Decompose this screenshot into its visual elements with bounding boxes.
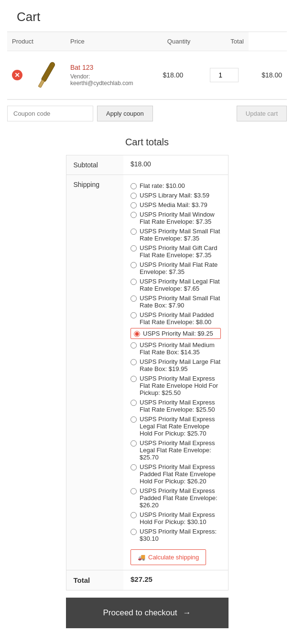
shipping-option-label: USPS Priority Mail Express: $30.10: [140, 528, 221, 542]
shipping-option-radio[interactable]: [134, 331, 140, 337]
remove-item-button[interactable]: ✕: [12, 70, 22, 80]
subtotal-label: Subtotal: [66, 155, 123, 175]
shipping-option-label: USPS Priority Mail Window Flat Rate Enve…: [140, 211, 221, 225]
truck-icon: 🚚: [138, 554, 145, 561]
shipping-option-label: USPS Priority Mail Express Padded Flat R…: [140, 487, 221, 509]
remove-cell: ✕: [7, 51, 27, 99]
shipping-option-radio[interactable]: [131, 312, 137, 318]
shipping-option-label: Flat rate: $10.00: [140, 182, 185, 189]
col-product-header: Product: [7, 32, 65, 51]
shipping-option-item: USPS Priority Mail Express: $30.10: [131, 528, 221, 542]
svg-rect-0: [41, 62, 55, 83]
cart-totals-title: Cart totals: [66, 137, 229, 148]
vendor-label: Vendor:: [70, 73, 153, 80]
page-title: Cart: [7, 0, 287, 32]
calculate-shipping-button[interactable]: 🚚 Calculate shipping: [131, 549, 206, 565]
shipping-option-label: USPS Media Mail: $3.79: [140, 201, 207, 208]
shipping-option-item: USPS Priority Mail Legal Flat Rate Envel…: [131, 278, 221, 292]
remove-icon: ✕: [12, 70, 22, 80]
total-cell: $18.00: [249, 51, 287, 99]
cart-table: Product Price Quantity Total: [7, 32, 287, 99]
shipping-options-list: Flat rate: $10.00USPS Library Mail: $3.5…: [131, 182, 221, 542]
shipping-option-item: USPS Priority Mail Large Flat Rate Box: …: [131, 358, 221, 372]
price-cell: $18.00: [158, 51, 199, 99]
shipping-option-label: USPS Priority Mail Express Flat Rate Env…: [140, 375, 221, 396]
product-name-link[interactable]: Bat 123: [70, 64, 93, 71]
shipping-option-item: USPS Priority Mail Express Legal Flat Ra…: [131, 415, 221, 437]
subtotal-value: $18.00: [123, 155, 228, 175]
shipping-option-item: USPS Priority Mail Gift Card Flat Rate E…: [131, 244, 221, 259]
shipping-option-item: USPS Priority Mail Express Padded Flat R…: [131, 487, 221, 509]
shipping-option-radio[interactable]: [131, 262, 137, 268]
apply-coupon-button[interactable]: Apply coupon: [97, 106, 153, 121]
shipping-option-label: USPS Library Mail: $3.59: [140, 192, 209, 199]
shipping-option-radio[interactable]: [131, 193, 137, 199]
shipping-option-item: USPS Priority Mail Padded Flat Rate Enve…: [131, 311, 221, 326]
vendor-email: keerthi@cydtechlab.com: [70, 80, 153, 87]
shipping-option-radio[interactable]: [131, 202, 137, 208]
col-price-header: Price: [65, 32, 158, 51]
shipping-option-label: USPS Priority Mail Flat Rate Envelope: $…: [140, 261, 221, 275]
shipping-option-label: USPS Priority Mail Large Flat Rate Box: …: [140, 358, 221, 372]
shipping-option-radio[interactable]: [131, 529, 137, 535]
shipping-option-label: USPS Priority Mail: $9.25: [143, 330, 213, 337]
shipping-option-radio[interactable]: [131, 440, 137, 447]
shipping-option-label: USPS Priority Mail Gift Card Flat Rate E…: [140, 244, 221, 259]
shipping-option-label: USPS Priority Mail Express Hold For Pick…: [140, 511, 221, 525]
shipping-option-radio[interactable]: [131, 376, 137, 382]
shipping-option-item: USPS Priority Mail Express Flat Rate Env…: [131, 399, 221, 413]
shipping-option-radio[interactable]: [131, 212, 137, 218]
shipping-option-item: USPS Library Mail: $3.59: [131, 192, 221, 199]
shipping-option-radio[interactable]: [131, 464, 137, 470]
shipping-row: Shipping Flat rate: $10.00USPS Library M…: [66, 175, 228, 570]
shipping-option-radio[interactable]: [131, 279, 137, 285]
shipping-option-radio[interactable]: [131, 400, 137, 406]
product-image: [32, 58, 61, 92]
proceed-to-checkout-button[interactable]: Proceed to checkout →: [66, 598, 229, 628]
total-label: Total: [66, 570, 123, 590]
coupon-section: Apply coupon Update cart: [7, 99, 287, 127]
shipping-option-label: USPS Priority Mail Express Legal Flat Ra…: [140, 439, 221, 461]
update-cart-button[interactable]: Update cart: [237, 106, 287, 121]
arrow-icon: →: [183, 608, 191, 618]
shipping-option-label: USPS Priority Mail Padded Flat Rate Enve…: [140, 311, 221, 326]
shipping-option-item: Flat rate: $10.00: [131, 182, 221, 189]
shipping-option-item: USPS Priority Mail Small Flat Rate Envel…: [131, 228, 221, 242]
total-row: Total $27.25: [66, 570, 228, 590]
shipping-option-radio[interactable]: [131, 488, 137, 494]
svg-rect-1: [38, 80, 44, 88]
shipping-option-radio[interactable]: [131, 416, 137, 423]
shipping-option-radio[interactable]: [131, 245, 137, 251]
shipping-option-label: USPS Priority Mail Medium Flat Rate Box:…: [140, 341, 221, 356]
shipping-option-item: USPS Priority Mail Express Legal Flat Ra…: [131, 439, 221, 461]
col-total-header: Total: [200, 32, 249, 51]
shipping-option-radio[interactable]: [131, 183, 137, 189]
shipping-option-item: USPS Priority Mail Express Flat Rate Env…: [131, 375, 221, 396]
shipping-option-item: USPS Priority Mail Medium Flat Rate Box:…: [131, 341, 221, 356]
col-qty-header: Quantity: [158, 32, 199, 51]
shipping-option-radio[interactable]: [131, 342, 137, 349]
cart-totals-table: Subtotal $18.00 Shipping Flat rate: $10.…: [66, 155, 229, 590]
shipping-option-item: USPS Priority Mail Express Padded Flat R…: [131, 463, 221, 485]
subtotal-row: Subtotal $18.00: [66, 155, 228, 175]
shipping-option-radio[interactable]: [131, 229, 137, 235]
shipping-option-label: USPS Priority Mail Express Legal Flat Ra…: [140, 415, 221, 437]
product-image-cell: [27, 51, 65, 99]
total-value: $27.25: [123, 570, 228, 590]
shipping-option-label: USPS Priority Mail Express Flat Rate Env…: [140, 399, 221, 413]
table-row: ✕: [7, 51, 287, 99]
shipping-option-item: USPS Priority Mail Small Flat Rate Box: …: [131, 295, 221, 309]
shipping-option-item: USPS Priority Mail Flat Rate Envelope: $…: [131, 261, 221, 275]
coupon-input[interactable]: [7, 106, 93, 121]
shipping-options-cell: Flat rate: $10.00USPS Library Mail: $3.5…: [123, 175, 228, 570]
shipping-option-radio[interactable]: [131, 512, 137, 518]
shipping-option-radio[interactable]: [131, 359, 137, 365]
shipping-option-radio[interactable]: [131, 295, 137, 302]
shipping-option-label: USPS Priority Mail Small Flat Rate Box: …: [140, 295, 221, 309]
product-info-cell: Bat 123 Vendor: keerthi@cydtechlab.com: [65, 51, 158, 99]
shipping-option-item: USPS Priority Mail: $9.25: [131, 328, 221, 339]
shipping-label: Shipping: [66, 175, 123, 570]
shipping-option-item: USPS Media Mail: $3.79: [131, 201, 221, 208]
quantity-input[interactable]: [210, 68, 239, 82]
shipping-option-label: USPS Priority Mail Legal Flat Rate Envel…: [140, 278, 221, 292]
